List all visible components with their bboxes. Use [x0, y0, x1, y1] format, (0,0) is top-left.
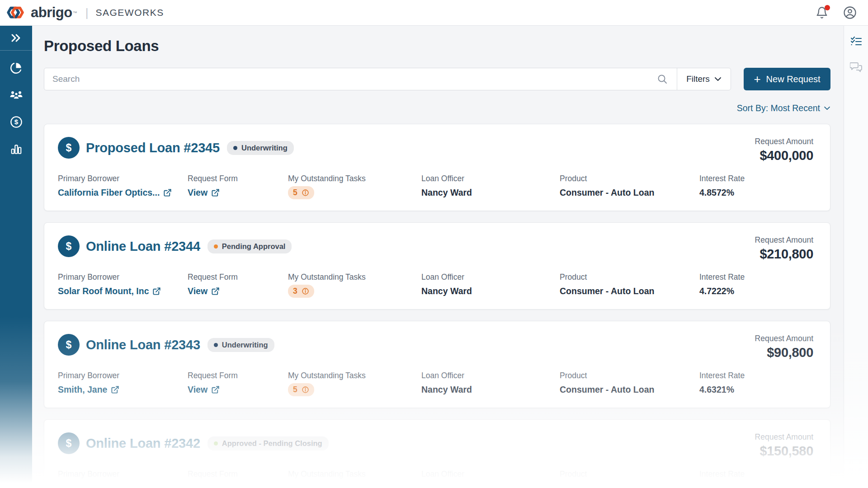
tasks-pill[interactable]: 5	[288, 383, 314, 396]
field-label: Loan Officer	[421, 272, 560, 282]
checklist-icon	[850, 36, 862, 47]
loan-title-link[interactable]: Online Loan #2343	[86, 338, 200, 352]
field-label: Product	[560, 272, 699, 282]
external-link-icon	[211, 385, 220, 394]
request-amount-block: Request Amount $150,580	[755, 432, 813, 459]
brand-product-name: SAGEWORKS	[96, 7, 164, 18]
status-badge: Pending Approval	[208, 239, 292, 253]
request-amount-value: $150,580	[755, 444, 813, 459]
view-form-link[interactable]: View	[188, 286, 288, 296]
chat-bubbles-icon	[850, 61, 863, 73]
field-label: My Outstanding Tasks	[288, 174, 421, 183]
app-root: abrigo ™ | SAGEWORKS	[0, 0, 868, 488]
loan-dollar-icon: $	[58, 137, 80, 159]
borrower-link[interactable]: Solar Roof Mount, Inc	[58, 286, 188, 296]
filters-button[interactable]: Filters	[677, 74, 731, 84]
loan-card: $ Online Loan #2344 Pending Approval Req…	[44, 222, 830, 310]
tasks-panel-button[interactable]	[849, 34, 863, 48]
view-label: View	[188, 286, 208, 296]
field-label: Primary Borrower	[58, 469, 188, 479]
tasks-count: 5	[293, 385, 297, 394]
search-input[interactable]	[44, 74, 648, 84]
request-amount-value: $400,000	[755, 148, 813, 163]
search-submit[interactable]	[648, 74, 677, 84]
field-label: Request Form	[188, 371, 288, 380]
view-label: View	[188, 188, 208, 198]
borrower-link[interactable]: Smith, Jane	[58, 385, 188, 395]
view-form-link[interactable]: View	[188, 385, 288, 395]
field-loan-officer: Loan Officer	[421, 469, 560, 488]
account-button[interactable]	[843, 5, 857, 20]
field-interest-rate: Interest Rate 4.6321%	[699, 371, 816, 396]
field-request-form: Request Form View	[188, 272, 288, 298]
right-rail	[844, 26, 868, 488]
loan-officer-name: Nancy Ward	[421, 286, 560, 296]
notifications-button[interactable]	[815, 5, 829, 20]
search-icon	[657, 74, 668, 84]
external-link-icon	[211, 188, 220, 197]
interest-rate-value: 4.8572%	[699, 188, 816, 198]
field-label: Interest Rate	[699, 469, 816, 479]
borrower-name: Smith, Jane	[58, 483, 107, 488]
brand-separator: |	[85, 6, 89, 20]
sort-by-label: Sort By: Most Recent	[737, 103, 820, 113]
status-label: Underwriting	[241, 144, 288, 152]
sidebar-expand-button[interactable]	[0, 26, 32, 51]
field-label: Interest Rate	[699, 272, 816, 282]
info-circle-icon	[302, 386, 309, 394]
users-icon	[9, 89, 23, 101]
external-link-icon	[111, 385, 119, 394]
borrower-name: Solar Roof Mount, Inc	[58, 286, 149, 296]
loan-title-link[interactable]: Online Loan #2342	[86, 436, 200, 451]
info-circle-icon	[302, 287, 309, 295]
field-loan-officer: Loan Officer Nancy Ward	[421, 272, 560, 298]
brand-logo[interactable]: abrigo ™ | SAGEWORKS	[5, 3, 164, 23]
sidebar-item-customers[interactable]	[0, 81, 32, 108]
notification-badge-icon	[825, 5, 830, 10]
tasks-pill[interactable]: 5	[288, 186, 314, 199]
sidebar-item-dashboard[interactable]	[0, 54, 32, 81]
sort-by-dropdown[interactable]: Sort By: Most Recent	[737, 103, 830, 113]
loan-card: $ Online Loan #2343 Underwriting Request…	[44, 321, 830, 408]
chevron-down-icon	[824, 106, 830, 110]
loan-dollar-icon: $	[58, 432, 80, 454]
field-label: Interest Rate	[699, 174, 816, 183]
field-label: Request Form	[188, 272, 288, 282]
external-link-icon	[152, 287, 161, 296]
loan-title-link[interactable]: Online Loan #2344	[86, 239, 200, 254]
field-outstanding-tasks: My Outstanding Tasks 5	[288, 174, 421, 199]
chat-panel-button[interactable]	[849, 60, 863, 75]
view-form-link[interactable]: View	[188, 188, 288, 198]
sidebar-nav: $	[0, 51, 32, 163]
borrower-link[interactable]: Smith, Jane	[58, 483, 188, 488]
field-primary-borrower: Primary Borrower Smith, Jane	[58, 469, 188, 488]
tasks-pill[interactable]: 3	[288, 285, 314, 298]
field-outstanding-tasks: My Outstanding Tasks 5	[288, 371, 421, 396]
borrower-link[interactable]: California Fiber Optics...	[58, 188, 188, 198]
sidebar-item-loans[interactable]: $	[0, 108, 32, 136]
request-amount-block: Request Amount $210,800	[755, 235, 813, 262]
loan-title-link[interactable]: Proposed Loan #2345	[86, 141, 220, 155]
field-label: Loan Officer	[421, 174, 560, 183]
field-request-form: Request Form	[188, 469, 288, 488]
status-dot-icon	[214, 441, 218, 446]
field-primary-borrower: Primary Borrower California Fiber Optics…	[58, 174, 188, 199]
field-label: Interest Rate	[699, 371, 816, 380]
status-dot-icon	[214, 244, 218, 249]
abrigo-logo-icon	[5, 3, 26, 23]
field-request-form: Request Form View	[188, 174, 288, 199]
sidebar-item-reports[interactable]	[0, 136, 32, 163]
request-amount-block: Request Amount $400,000	[755, 137, 813, 163]
status-label: Underwriting	[222, 341, 268, 349]
request-amount-value: $210,800	[755, 247, 813, 262]
request-amount-value: $90,800	[755, 345, 813, 360]
field-label: My Outstanding Tasks	[288, 469, 421, 479]
field-loan-officer: Loan Officer Nancy Ward	[421, 174, 560, 199]
main-content: Proposed Loans Filters	[32, 26, 844, 488]
field-label: Primary Borrower	[58, 272, 188, 282]
field-primary-borrower: Primary Borrower Smith, Jane	[58, 371, 188, 396]
field-primary-borrower: Primary Borrower Solar Roof Mount, Inc	[58, 272, 188, 298]
request-amount-block: Request Amount $90,800	[755, 334, 813, 360]
field-interest-rate: Interest Rate 4.7222%	[699, 272, 816, 298]
new-request-button[interactable]: + New Request	[744, 68, 830, 90]
